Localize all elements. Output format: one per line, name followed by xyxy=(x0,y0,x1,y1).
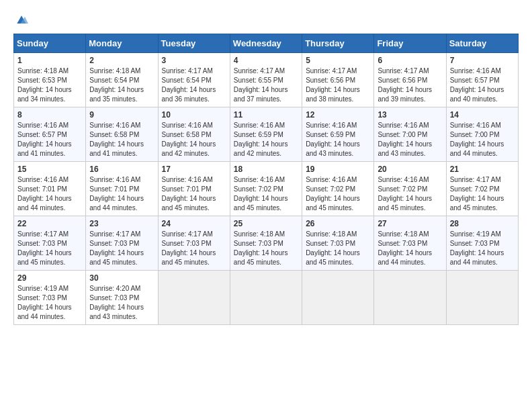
calendar-week-row: 15Sunrise: 4:16 AMSunset: 7:01 PMDayligh… xyxy=(14,162,519,216)
calendar-header-row: SundayMondayTuesdayWednesdayThursdayFrid… xyxy=(14,34,519,53)
day-info: Sunrise: 4:16 AMSunset: 7:00 PMDaylight:… xyxy=(378,121,442,158)
day-number: 15 xyxy=(17,165,82,174)
day-number: 27 xyxy=(378,219,442,228)
calendar-header-saturday: Saturday xyxy=(446,34,518,53)
day-number: 24 xyxy=(162,219,226,228)
calendar-cell: 9Sunrise: 4:16 AMSunset: 6:58 PMDaylight… xyxy=(86,107,158,162)
calendar-header-tuesday: Tuesday xyxy=(158,34,230,53)
calendar-cell: 18Sunrise: 4:16 AMSunset: 7:02 PMDayligh… xyxy=(230,162,302,216)
calendar-week-row: 8Sunrise: 4:16 AMSunset: 6:57 PMDaylight… xyxy=(14,107,519,162)
logo-icon xyxy=(15,13,28,27)
day-info: Sunrise: 4:17 AMSunset: 7:03 PMDaylight:… xyxy=(17,230,82,267)
day-number: 16 xyxy=(89,165,154,174)
day-info: Sunrise: 4:19 AMSunset: 7:03 PMDaylight:… xyxy=(450,230,515,267)
day-info: Sunrise: 4:17 AMSunset: 7:02 PMDaylight:… xyxy=(450,175,515,213)
day-info: Sunrise: 4:17 AMSunset: 7:03 PMDaylight:… xyxy=(162,230,226,267)
calendar-cell: 5Sunrise: 4:17 AMSunset: 6:56 PMDaylight… xyxy=(302,53,374,107)
page-header xyxy=(13,13,519,27)
calendar-cell: 22Sunrise: 4:17 AMSunset: 7:03 PMDayligh… xyxy=(14,216,86,271)
calendar-cell xyxy=(446,271,518,325)
day-number: 23 xyxy=(89,219,154,228)
calendar-cell: 20Sunrise: 4:16 AMSunset: 7:02 PMDayligh… xyxy=(374,162,446,216)
day-number: 21 xyxy=(450,165,515,174)
calendar-cell: 21Sunrise: 4:17 AMSunset: 7:02 PMDayligh… xyxy=(446,162,518,216)
day-info: Sunrise: 4:18 AMSunset: 6:53 PMDaylight:… xyxy=(17,66,82,104)
day-number: 12 xyxy=(306,110,370,120)
day-number: 6 xyxy=(378,56,442,65)
day-number: 29 xyxy=(17,273,82,283)
day-info: Sunrise: 4:16 AMSunset: 7:01 PMDaylight:… xyxy=(89,175,154,213)
calendar-cell: 11Sunrise: 4:16 AMSunset: 6:59 PMDayligh… xyxy=(230,107,302,162)
day-info: Sunrise: 4:17 AMSunset: 6:54 PMDaylight:… xyxy=(162,66,226,104)
calendar-cell: 6Sunrise: 4:17 AMSunset: 6:56 PMDaylight… xyxy=(374,53,446,107)
day-info: Sunrise: 4:17 AMSunset: 7:03 PMDaylight:… xyxy=(89,230,154,267)
calendar-header-thursday: Thursday xyxy=(302,34,374,53)
day-info: Sunrise: 4:18 AMSunset: 6:54 PMDaylight:… xyxy=(89,66,154,104)
day-number: 13 xyxy=(378,110,442,120)
day-info: Sunrise: 4:16 AMSunset: 6:58 PMDaylight:… xyxy=(89,121,154,158)
day-info: Sunrise: 4:17 AMSunset: 6:55 PMDaylight:… xyxy=(234,66,298,104)
calendar-cell xyxy=(158,271,230,325)
calendar-cell: 24Sunrise: 4:17 AMSunset: 7:03 PMDayligh… xyxy=(158,216,230,271)
calendar-cell: 17Sunrise: 4:16 AMSunset: 7:01 PMDayligh… xyxy=(158,162,230,216)
calendar-cell: 3Sunrise: 4:17 AMSunset: 6:54 PMDaylight… xyxy=(158,53,230,107)
day-info: Sunrise: 4:16 AMSunset: 7:02 PMDaylight:… xyxy=(378,175,442,213)
day-number: 25 xyxy=(234,219,298,228)
day-number: 28 xyxy=(450,219,515,228)
calendar-cell xyxy=(302,271,374,325)
day-number: 5 xyxy=(306,56,370,65)
calendar-cell: 28Sunrise: 4:19 AMSunset: 7:03 PMDayligh… xyxy=(446,216,518,271)
day-info: Sunrise: 4:16 AMSunset: 7:00 PMDaylight:… xyxy=(450,121,515,158)
calendar-cell: 1Sunrise: 4:18 AMSunset: 6:53 PMDaylight… xyxy=(14,53,86,107)
day-number: 19 xyxy=(306,165,370,174)
day-info: Sunrise: 4:16 AMSunset: 7:02 PMDaylight:… xyxy=(234,175,298,213)
day-number: 4 xyxy=(234,56,298,65)
calendar-cell: 7Sunrise: 4:16 AMSunset: 6:57 PMDaylight… xyxy=(446,53,518,107)
calendar-cell: 25Sunrise: 4:18 AMSunset: 7:03 PMDayligh… xyxy=(230,216,302,271)
calendar-cell: 4Sunrise: 4:17 AMSunset: 6:55 PMDaylight… xyxy=(230,53,302,107)
calendar-header-sunday: Sunday xyxy=(14,34,86,53)
calendar-cell: 2Sunrise: 4:18 AMSunset: 6:54 PMDaylight… xyxy=(86,53,158,107)
calendar-cell xyxy=(374,271,446,325)
day-info: Sunrise: 4:16 AMSunset: 7:01 PMDaylight:… xyxy=(162,175,226,213)
day-number: 7 xyxy=(450,56,515,65)
calendar-week-row: 22Sunrise: 4:17 AMSunset: 7:03 PMDayligh… xyxy=(14,216,519,271)
calendar-cell: 19Sunrise: 4:16 AMSunset: 7:02 PMDayligh… xyxy=(302,162,374,216)
day-info: Sunrise: 4:20 AMSunset: 7:03 PMDaylight:… xyxy=(89,284,154,322)
day-info: Sunrise: 4:16 AMSunset: 6:57 PMDaylight:… xyxy=(450,66,515,104)
calendar-cell: 30Sunrise: 4:20 AMSunset: 7:03 PMDayligh… xyxy=(86,271,158,325)
calendar-cell xyxy=(230,271,302,325)
calendar-cell: 15Sunrise: 4:16 AMSunset: 7:01 PMDayligh… xyxy=(14,162,86,216)
day-info: Sunrise: 4:17 AMSunset: 6:56 PMDaylight:… xyxy=(306,66,370,104)
day-number: 18 xyxy=(234,165,298,174)
day-number: 22 xyxy=(17,219,82,228)
day-info: Sunrise: 4:18 AMSunset: 7:03 PMDaylight:… xyxy=(234,230,298,267)
calendar-week-row: 1Sunrise: 4:18 AMSunset: 6:53 PMDaylight… xyxy=(14,53,519,107)
day-number: 26 xyxy=(306,219,370,228)
day-number: 9 xyxy=(89,110,154,120)
calendar-cell: 13Sunrise: 4:16 AMSunset: 7:00 PMDayligh… xyxy=(374,107,446,162)
day-number: 2 xyxy=(89,56,154,65)
calendar-header-monday: Monday xyxy=(86,34,158,53)
calendar-cell: 16Sunrise: 4:16 AMSunset: 7:01 PMDayligh… xyxy=(86,162,158,216)
day-number: 20 xyxy=(378,165,442,174)
day-info: Sunrise: 4:19 AMSunset: 7:03 PMDaylight:… xyxy=(17,284,82,322)
day-number: 3 xyxy=(162,56,226,65)
calendar-header-wednesday: Wednesday xyxy=(230,34,302,53)
calendar-cell: 8Sunrise: 4:16 AMSunset: 6:57 PMDaylight… xyxy=(14,107,86,162)
day-info: Sunrise: 4:18 AMSunset: 7:03 PMDaylight:… xyxy=(306,230,370,267)
day-info: Sunrise: 4:16 AMSunset: 6:57 PMDaylight:… xyxy=(17,121,82,158)
day-info: Sunrise: 4:17 AMSunset: 6:56 PMDaylight:… xyxy=(378,66,442,104)
calendar-cell: 14Sunrise: 4:16 AMSunset: 7:00 PMDayligh… xyxy=(446,107,518,162)
day-number: 17 xyxy=(162,165,226,174)
calendar-cell: 23Sunrise: 4:17 AMSunset: 7:03 PMDayligh… xyxy=(86,216,158,271)
calendar-cell: 26Sunrise: 4:18 AMSunset: 7:03 PMDayligh… xyxy=(302,216,374,271)
calendar-cell: 12Sunrise: 4:16 AMSunset: 6:59 PMDayligh… xyxy=(302,107,374,162)
day-number: 10 xyxy=(162,110,226,120)
calendar-cell: 27Sunrise: 4:18 AMSunset: 7:03 PMDayligh… xyxy=(374,216,446,271)
logo xyxy=(13,13,28,27)
day-info: Sunrise: 4:16 AMSunset: 7:02 PMDaylight:… xyxy=(306,175,370,213)
day-info: Sunrise: 4:18 AMSunset: 7:03 PMDaylight:… xyxy=(378,230,442,267)
calendar-cell: 29Sunrise: 4:19 AMSunset: 7:03 PMDayligh… xyxy=(14,271,86,325)
day-info: Sunrise: 4:16 AMSunset: 7:01 PMDaylight:… xyxy=(17,175,82,213)
